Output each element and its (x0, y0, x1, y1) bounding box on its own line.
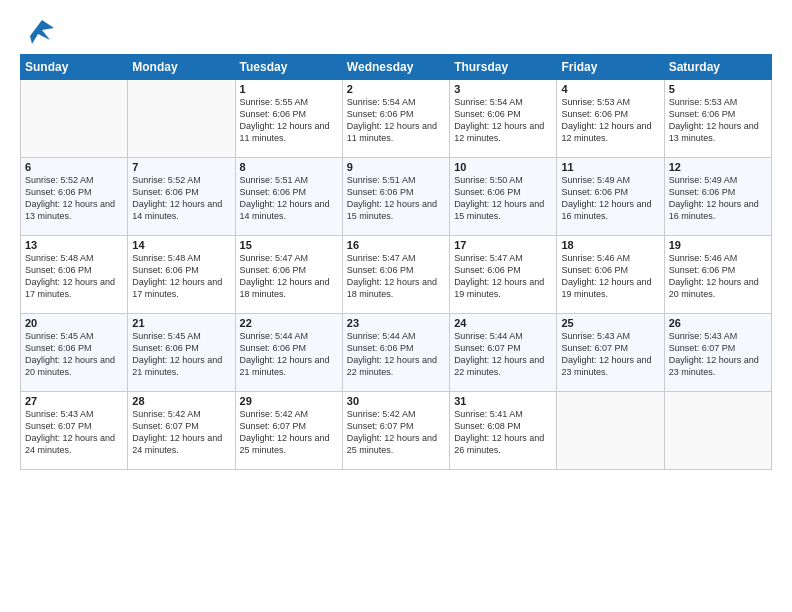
calendar-cell: 23Sunrise: 5:44 AM Sunset: 6:06 PM Dayli… (342, 314, 449, 392)
day-number: 8 (240, 161, 338, 173)
day-number: 21 (132, 317, 230, 329)
col-sunday: Sunday (21, 55, 128, 80)
calendar-cell (557, 392, 664, 470)
calendar-cell: 29Sunrise: 5:42 AM Sunset: 6:07 PM Dayli… (235, 392, 342, 470)
calendar-cell: 15Sunrise: 5:47 AM Sunset: 6:06 PM Dayli… (235, 236, 342, 314)
calendar-cell: 14Sunrise: 5:48 AM Sunset: 6:06 PM Dayli… (128, 236, 235, 314)
day-number: 15 (240, 239, 338, 251)
calendar-cell: 20Sunrise: 5:45 AM Sunset: 6:06 PM Dayli… (21, 314, 128, 392)
calendar-header-row: Sunday Monday Tuesday Wednesday Thursday… (21, 55, 772, 80)
day-info: Sunrise: 5:49 AM Sunset: 6:06 PM Dayligh… (561, 174, 659, 223)
calendar-cell: 27Sunrise: 5:43 AM Sunset: 6:07 PM Dayli… (21, 392, 128, 470)
col-friday: Friday (557, 55, 664, 80)
calendar-week-row: 20Sunrise: 5:45 AM Sunset: 6:06 PM Dayli… (21, 314, 772, 392)
col-wednesday: Wednesday (342, 55, 449, 80)
day-number: 4 (561, 83, 659, 95)
day-info: Sunrise: 5:51 AM Sunset: 6:06 PM Dayligh… (347, 174, 445, 223)
day-info: Sunrise: 5:42 AM Sunset: 6:07 PM Dayligh… (240, 408, 338, 457)
day-info: Sunrise: 5:49 AM Sunset: 6:06 PM Dayligh… (669, 174, 767, 223)
day-number: 16 (347, 239, 445, 251)
calendar-cell: 30Sunrise: 5:42 AM Sunset: 6:07 PM Dayli… (342, 392, 449, 470)
day-number: 19 (669, 239, 767, 251)
day-number: 25 (561, 317, 659, 329)
day-info: Sunrise: 5:50 AM Sunset: 6:06 PM Dayligh… (454, 174, 552, 223)
calendar-cell: 17Sunrise: 5:47 AM Sunset: 6:06 PM Dayli… (450, 236, 557, 314)
day-number: 31 (454, 395, 552, 407)
day-number: 11 (561, 161, 659, 173)
calendar-cell: 25Sunrise: 5:43 AM Sunset: 6:07 PM Dayli… (557, 314, 664, 392)
header (20, 16, 772, 44)
day-number: 1 (240, 83, 338, 95)
calendar-cell: 19Sunrise: 5:46 AM Sunset: 6:06 PM Dayli… (664, 236, 771, 314)
calendar-cell: 2Sunrise: 5:54 AM Sunset: 6:06 PM Daylig… (342, 80, 449, 158)
calendar-cell: 8Sunrise: 5:51 AM Sunset: 6:06 PM Daylig… (235, 158, 342, 236)
calendar-cell (128, 80, 235, 158)
day-info: Sunrise: 5:43 AM Sunset: 6:07 PM Dayligh… (561, 330, 659, 379)
calendar-table: Sunday Monday Tuesday Wednesday Thursday… (20, 54, 772, 470)
calendar-cell: 21Sunrise: 5:45 AM Sunset: 6:06 PM Dayli… (128, 314, 235, 392)
calendar-cell (21, 80, 128, 158)
calendar-cell: 9Sunrise: 5:51 AM Sunset: 6:06 PM Daylig… (342, 158, 449, 236)
calendar-cell: 4Sunrise: 5:53 AM Sunset: 6:06 PM Daylig… (557, 80, 664, 158)
day-info: Sunrise: 5:46 AM Sunset: 6:06 PM Dayligh… (669, 252, 767, 301)
day-info: Sunrise: 5:45 AM Sunset: 6:06 PM Dayligh… (25, 330, 123, 379)
calendar-cell: 6Sunrise: 5:52 AM Sunset: 6:06 PM Daylig… (21, 158, 128, 236)
day-number: 2 (347, 83, 445, 95)
day-number: 6 (25, 161, 123, 173)
day-info: Sunrise: 5:44 AM Sunset: 6:07 PM Dayligh… (454, 330, 552, 379)
day-info: Sunrise: 5:52 AM Sunset: 6:06 PM Dayligh… (25, 174, 123, 223)
day-info: Sunrise: 5:48 AM Sunset: 6:06 PM Dayligh… (132, 252, 230, 301)
calendar-cell (664, 392, 771, 470)
day-info: Sunrise: 5:52 AM Sunset: 6:06 PM Dayligh… (132, 174, 230, 223)
col-monday: Monday (128, 55, 235, 80)
day-info: Sunrise: 5:47 AM Sunset: 6:06 PM Dayligh… (347, 252, 445, 301)
day-info: Sunrise: 5:48 AM Sunset: 6:06 PM Dayligh… (25, 252, 123, 301)
day-info: Sunrise: 5:53 AM Sunset: 6:06 PM Dayligh… (669, 96, 767, 145)
day-number: 27 (25, 395, 123, 407)
day-info: Sunrise: 5:43 AM Sunset: 6:07 PM Dayligh… (669, 330, 767, 379)
day-number: 18 (561, 239, 659, 251)
col-thursday: Thursday (450, 55, 557, 80)
day-info: Sunrise: 5:51 AM Sunset: 6:06 PM Dayligh… (240, 174, 338, 223)
calendar-week-row: 6Sunrise: 5:52 AM Sunset: 6:06 PM Daylig… (21, 158, 772, 236)
logo-bird-icon (22, 16, 54, 44)
calendar-cell: 13Sunrise: 5:48 AM Sunset: 6:06 PM Dayli… (21, 236, 128, 314)
day-info: Sunrise: 5:43 AM Sunset: 6:07 PM Dayligh… (25, 408, 123, 457)
day-info: Sunrise: 5:41 AM Sunset: 6:08 PM Dayligh… (454, 408, 552, 457)
calendar-cell: 22Sunrise: 5:44 AM Sunset: 6:06 PM Dayli… (235, 314, 342, 392)
page: Sunday Monday Tuesday Wednesday Thursday… (0, 0, 792, 612)
calendar-cell: 11Sunrise: 5:49 AM Sunset: 6:06 PM Dayli… (557, 158, 664, 236)
col-saturday: Saturday (664, 55, 771, 80)
calendar-week-row: 13Sunrise: 5:48 AM Sunset: 6:06 PM Dayli… (21, 236, 772, 314)
day-number: 22 (240, 317, 338, 329)
day-info: Sunrise: 5:42 AM Sunset: 6:07 PM Dayligh… (132, 408, 230, 457)
col-tuesday: Tuesday (235, 55, 342, 80)
day-number: 28 (132, 395, 230, 407)
day-number: 30 (347, 395, 445, 407)
day-info: Sunrise: 5:42 AM Sunset: 6:07 PM Dayligh… (347, 408, 445, 457)
day-info: Sunrise: 5:47 AM Sunset: 6:06 PM Dayligh… (454, 252, 552, 301)
day-number: 5 (669, 83, 767, 95)
day-number: 12 (669, 161, 767, 173)
calendar-cell: 10Sunrise: 5:50 AM Sunset: 6:06 PM Dayli… (450, 158, 557, 236)
calendar-cell: 18Sunrise: 5:46 AM Sunset: 6:06 PM Dayli… (557, 236, 664, 314)
day-info: Sunrise: 5:45 AM Sunset: 6:06 PM Dayligh… (132, 330, 230, 379)
day-number: 17 (454, 239, 552, 251)
calendar-cell: 24Sunrise: 5:44 AM Sunset: 6:07 PM Dayli… (450, 314, 557, 392)
calendar-cell: 5Sunrise: 5:53 AM Sunset: 6:06 PM Daylig… (664, 80, 771, 158)
day-number: 13 (25, 239, 123, 251)
logo (20, 16, 54, 44)
day-number: 3 (454, 83, 552, 95)
day-info: Sunrise: 5:54 AM Sunset: 6:06 PM Dayligh… (454, 96, 552, 145)
day-number: 14 (132, 239, 230, 251)
calendar-cell: 3Sunrise: 5:54 AM Sunset: 6:06 PM Daylig… (450, 80, 557, 158)
day-info: Sunrise: 5:53 AM Sunset: 6:06 PM Dayligh… (561, 96, 659, 145)
calendar-cell: 28Sunrise: 5:42 AM Sunset: 6:07 PM Dayli… (128, 392, 235, 470)
day-number: 10 (454, 161, 552, 173)
day-info: Sunrise: 5:47 AM Sunset: 6:06 PM Dayligh… (240, 252, 338, 301)
calendar-week-row: 27Sunrise: 5:43 AM Sunset: 6:07 PM Dayli… (21, 392, 772, 470)
calendar-cell: 16Sunrise: 5:47 AM Sunset: 6:06 PM Dayli… (342, 236, 449, 314)
day-number: 9 (347, 161, 445, 173)
day-info: Sunrise: 5:46 AM Sunset: 6:06 PM Dayligh… (561, 252, 659, 301)
day-number: 26 (669, 317, 767, 329)
